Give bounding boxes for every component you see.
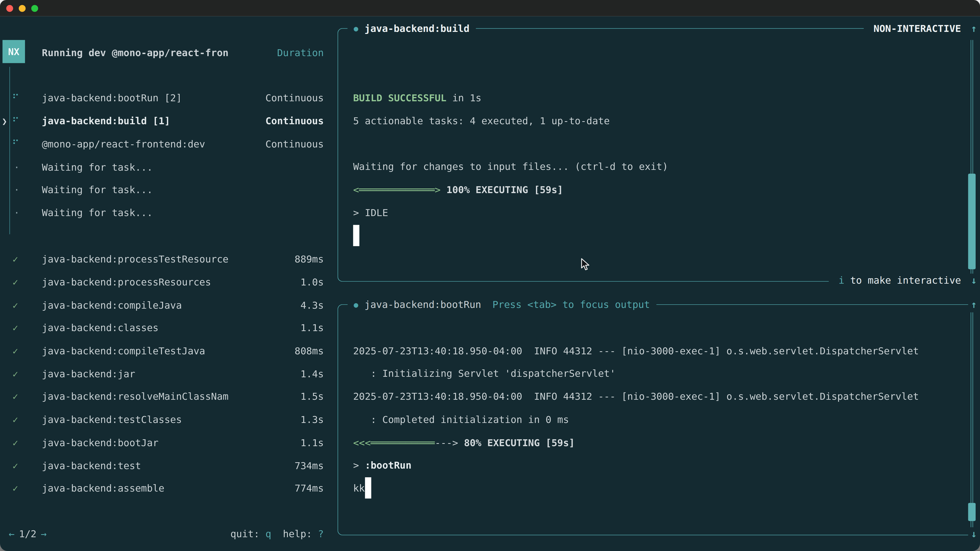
scrollbar-thumb[interactable]: [968, 174, 975, 269]
task-duration: 1.1s: [301, 437, 324, 448]
bootrun-progress-line: <<<═══════════---> 80% EXECUTING [59s]: [353, 431, 575, 454]
interactive-hint-text: to make interactive: [845, 275, 961, 286]
task-label: java-backend:jar: [42, 368, 135, 380]
task-row[interactable]: ✓ java-backend:assemble 774ms: [0, 477, 337, 500]
log-line: 2025-07-23T13:40:18.950-04:00 INFO 44312…: [353, 386, 919, 408]
build-summary-line: 5 actionable tasks: 4 executed, 1 up-to-…: [353, 110, 610, 133]
task-row[interactable]: ✓ java-backend:classes 1.1s: [0, 317, 337, 340]
check-icon: ✓: [13, 414, 18, 426]
duration-column-header: Duration: [277, 48, 324, 59]
bootrun-input-line[interactable]: kk: [353, 477, 365, 500]
task-duration: 1.5s: [301, 391, 324, 403]
spinner-icon: ⠋: [12, 138, 19, 150]
task-duration: 4.3s: [301, 300, 324, 311]
progress-status: 80% EXECUTING [59s]: [458, 437, 575, 448]
task-label: java-backend:compileJava: [42, 300, 182, 311]
running-task-list: ❯ ⠋ · java-backend:bootRun [2] Continuou…: [0, 87, 337, 224]
scrollbar-track[interactable]: [970, 312, 971, 527]
page-next-arrow[interactable]: →: [41, 529, 47, 540]
task-label: java-backend:assemble: [42, 483, 164, 494]
scrollbar-track[interactable]: [973, 312, 974, 527]
scrollbar-thumb[interactable]: [968, 503, 975, 521]
task-row[interactable]: ❯ ⠋ · Waiting for task...: [0, 202, 337, 224]
quit-key: q: [266, 529, 271, 540]
build-idle-line: > IDLE: [353, 202, 388, 224]
terminal-cursor: [353, 225, 360, 246]
task-label: java-backend:bootJar: [42, 437, 159, 448]
quit-label: quit:: [231, 529, 259, 540]
help-key: ?: [318, 529, 324, 540]
zoom-button[interactable]: [31, 5, 38, 12]
task-row[interactable]: ❯ ⠋ · @mono-app/react-frontend:dev Conti…: [0, 133, 337, 156]
task-duration: 1.3s: [301, 414, 324, 426]
task-row[interactable]: ✓ java-backend:jar 1.4s: [0, 362, 337, 386]
check-icon: ✓: [13, 323, 18, 334]
task-row[interactable]: ✓ java-backend:compileTestJava 808ms: [0, 340, 337, 363]
task-row[interactable]: ✓ java-backend:test 734ms: [0, 454, 337, 477]
task-label: java-backend:bootRun [2]: [42, 93, 182, 104]
keybind-hints: quit: q help: ?: [231, 529, 324, 540]
check-icon: ✓: [13, 254, 18, 265]
mouse-pointer: [581, 258, 590, 273]
task-row[interactable]: ❯ ⠋ · Waiting for task...: [0, 156, 337, 179]
log-line: : Initializing Servlet 'dispatcherServle…: [353, 362, 616, 386]
task-row[interactable]: ❯ ⠋ · java-backend:bootRun [2] Continuou…: [0, 87, 337, 110]
scroll-up-icon[interactable]: ↑: [971, 23, 977, 35]
task-row[interactable]: ✓ java-backend:compileJava 4.3s: [0, 294, 337, 317]
check-icon: ✓: [13, 460, 18, 472]
task-duration: 1.1s: [301, 323, 324, 334]
task-duration: Continuous: [266, 138, 324, 150]
task-label: java-backend:resolveMainClassNam: [42, 391, 228, 403]
build-time-text: in 1s: [446, 92, 481, 103]
sidebar-header: Running dev @mono-app/react-fron Duratio…: [42, 46, 324, 61]
task-row[interactable]: ✓ java-backend:testClasses 1.3s: [0, 408, 337, 431]
scroll-down-icon[interactable]: ↓: [971, 529, 977, 540]
task-row[interactable]: ❯ ⠋ · Waiting for task...: [0, 179, 337, 202]
task-label: Waiting for task...: [42, 184, 153, 196]
progress-bar: <═════════════>: [353, 184, 441, 196]
help-label: help:: [283, 529, 312, 540]
check-icon: ✓: [13, 300, 18, 311]
build-status-line: BUILD SUCCESSFUL in 1s: [353, 86, 482, 110]
task-duration: Continuous: [266, 116, 324, 127]
terminal-cursor: [365, 477, 371, 499]
page-prev-arrow[interactable]: ←: [9, 529, 14, 540]
prompt-task: :bootRun: [359, 460, 412, 472]
close-button[interactable]: [6, 5, 13, 12]
waiting-dot-icon: ·: [14, 162, 20, 173]
scroll-down-icon[interactable]: ↓: [971, 275, 977, 286]
bootrun-scroll-up: ↑: [968, 298, 980, 312]
task-duration: 889ms: [294, 254, 324, 265]
bootrun-prompt-line: > :bootRun: [353, 454, 412, 477]
sidebar-footer: ← 1/2 → quit: q help: ?: [9, 527, 324, 541]
check-icon: ✓: [13, 346, 18, 357]
task-duration: Continuous: [266, 93, 324, 104]
bootrun-panel-title: java-backend:bootRun: [364, 299, 481, 310]
task-row[interactable]: ✓ java-backend:resolveMainClassNam 1.5s: [0, 386, 337, 408]
task-row[interactable]: ❯ ⠋ · java-backend:build [1] Continuous: [0, 110, 337, 133]
task-status-dot-icon: ●: [354, 24, 358, 33]
task-row[interactable]: ✓ java-backend:processResources 1.0s: [0, 271, 337, 294]
build-waiting-line: Waiting for changes to input files... (c…: [353, 156, 668, 179]
task-duration: 774ms: [294, 483, 324, 494]
build-output-panel[interactable]: [337, 28, 980, 282]
focus-output-hint: Press <tab> to focus output: [492, 299, 650, 310]
terminal-window: NX Running dev @mono-app/react-fron Dura…: [0, 0, 980, 551]
task-duration: 734ms: [294, 460, 324, 472]
task-row[interactable]: ✓ java-backend:bootJar 1.1s: [0, 431, 337, 454]
log-line: 2025-07-23T13:40:18.950-04:00 INFO 44312…: [353, 340, 919, 362]
nx-tui-screen: NX Running dev @mono-app/react-fron Dura…: [0, 16, 980, 551]
scroll-up-icon[interactable]: ↑: [971, 299, 977, 310]
task-sidebar: NX Running dev @mono-app/react-fron Dura…: [0, 16, 337, 551]
progress-bar-remaining: --->: [435, 437, 458, 448]
spinner-icon: ⠋: [12, 92, 19, 104]
run-command-title: Running dev @mono-app/react-fron: [42, 48, 228, 59]
build-panel-title: java-backend:build: [364, 23, 469, 35]
task-duration: 1.4s: [301, 368, 324, 380]
task-row[interactable]: ✓ java-backend:processTestResource 889ms: [0, 248, 337, 271]
minimize-button[interactable]: [18, 5, 25, 12]
task-duration: 1.0s: [301, 277, 324, 288]
spinner-icon: ⠋: [12, 115, 19, 127]
completed-task-list: ✓ java-backend:processTestResource 889ms…: [0, 248, 337, 500]
selected-chevron-icon: ❯: [2, 116, 7, 126]
